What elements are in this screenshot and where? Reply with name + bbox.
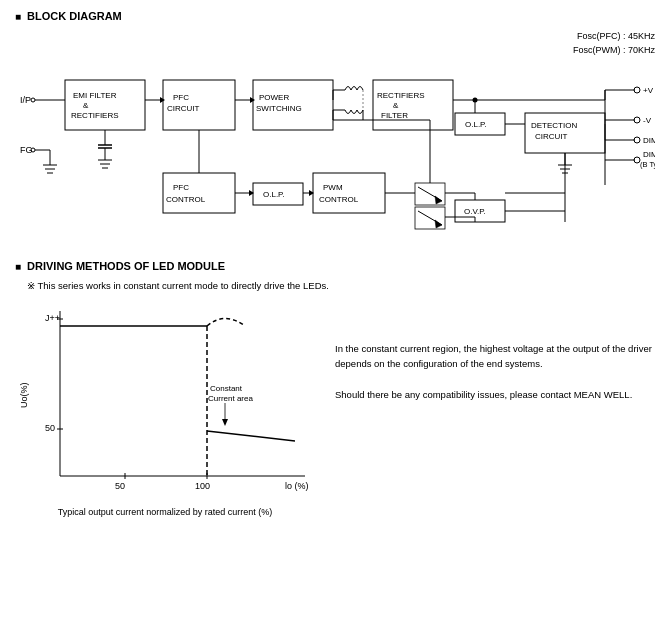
chart-area: J++ 50 50 100 lo (%) Uo(%) xyxy=(15,301,315,501)
svg-marker-91 xyxy=(435,220,442,228)
driving-desc-line2: depends on the configuration of the end … xyxy=(335,356,655,371)
svg-rect-72 xyxy=(163,173,235,213)
svg-text:O.L.P.: O.L.P. xyxy=(263,190,285,199)
svg-marker-120 xyxy=(222,419,228,426)
driving-desc-line3: Should there be any compatibility issues… xyxy=(335,387,655,402)
svg-text:DIM+: DIM+ xyxy=(643,136,655,145)
svg-text:&: & xyxy=(83,101,89,110)
driving-methods-section: DRIVING METHODS OF LED MODULE ※ This ser… xyxy=(15,260,655,501)
svg-text:100: 100 xyxy=(195,481,210,491)
fosc-line1: Fosc(PFC) : 45KHz xyxy=(573,30,655,44)
svg-text:Uo(%): Uo(%) xyxy=(19,382,29,408)
page: BLOCK DIAGRAM Fosc(PFC) : 45KHz Fosc(PWM… xyxy=(0,0,670,634)
block-diagram-title-text: BLOCK DIAGRAM xyxy=(27,10,122,22)
svg-text:RECTIFIERS: RECTIFIERS xyxy=(71,111,119,120)
svg-point-1 xyxy=(31,98,35,102)
block-diagram-area: Fosc(PFC) : 45KHz Fosc(PWM) : 70KHz I/P … xyxy=(15,30,655,250)
svg-text:CIRCUIT: CIRCUIT xyxy=(167,104,200,113)
chart-caption: Typical output current normalized by rat… xyxy=(15,507,315,517)
svg-text:CIRCUIT: CIRCUIT xyxy=(535,132,568,141)
svg-text:PWM: PWM xyxy=(323,183,343,192)
driving-note: ※ This series works in constant current … xyxy=(27,280,655,291)
svg-text:50: 50 xyxy=(45,423,55,433)
svg-text:+V: +V xyxy=(643,86,654,95)
svg-text:O.L.P.: O.L.P. xyxy=(465,120,487,129)
svg-text:I/P: I/P xyxy=(20,95,31,105)
svg-text:PFC: PFC xyxy=(173,93,189,102)
svg-text:Current area: Current area xyxy=(208,394,253,403)
driving-desc-line1: In the constant current region, the high… xyxy=(335,341,655,356)
svg-text:(B Type): (B Type) xyxy=(640,160,655,169)
driving-methods-title: DRIVING METHODS OF LED MODULE xyxy=(15,260,655,272)
svg-text:POWER: POWER xyxy=(259,93,289,102)
block-diagram-title: BLOCK DIAGRAM xyxy=(15,10,655,22)
svg-rect-37 xyxy=(373,80,453,130)
driving-content: J++ 50 50 100 lo (%) Uo(%) xyxy=(15,301,655,501)
svg-text:RECTIFIERS: RECTIFIERS xyxy=(377,91,425,100)
svg-text:DETECTION: DETECTION xyxy=(531,121,577,130)
svg-text:FILTER: FILTER xyxy=(381,111,408,120)
svg-text:EMI FILTER: EMI FILTER xyxy=(73,91,117,100)
svg-text:DIM-: DIM- xyxy=(643,150,655,159)
driving-methods-title-text: DRIVING METHODS OF LED MODULE xyxy=(27,260,225,272)
svg-text:CONTROL: CONTROL xyxy=(166,195,206,204)
svg-text:SWITCHING: SWITCHING xyxy=(256,104,302,113)
svg-text:&: & xyxy=(393,101,399,110)
driving-description: In the constant current region, the high… xyxy=(335,301,655,501)
block-diagram-svg: I/P FG EMI FILTER & RECTIFIERS xyxy=(15,45,655,240)
svg-text:-V: -V xyxy=(643,116,652,125)
svg-text:Constant: Constant xyxy=(210,384,243,393)
svg-marker-88 xyxy=(435,196,442,204)
svg-text:J++: J++ xyxy=(45,313,60,323)
driving-chart-svg: J++ 50 50 100 lo (%) Uo(%) xyxy=(15,301,315,501)
svg-rect-80 xyxy=(313,173,385,213)
svg-text:PFC: PFC xyxy=(173,183,189,192)
svg-rect-10 xyxy=(65,80,145,130)
svg-text:50: 50 xyxy=(115,481,125,491)
svg-text:O.V.P.: O.V.P. xyxy=(464,207,486,216)
svg-text:lo (%): lo (%) xyxy=(285,481,309,491)
svg-text:CONTROL: CONTROL xyxy=(319,195,359,204)
